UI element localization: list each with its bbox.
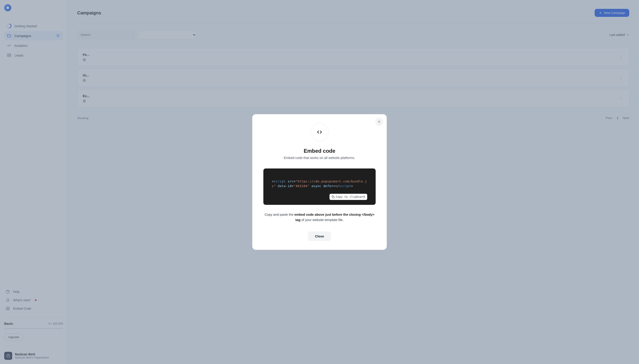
modal-close-button[interactable] (375, 118, 383, 126)
modal-subtitle: Embed code that works on all website pla… (263, 156, 376, 160)
modal-title: Embed code (263, 148, 376, 154)
embed-code-text: <script src="https://cdn.popupsmart.com/… (272, 179, 367, 188)
copy-label: Copy to clipboard (336, 195, 365, 199)
code-icon (310, 123, 329, 141)
modal-overlay[interactable]: Embed code Embed code that works on all … (0, 0, 639, 364)
code-block: <script src="https://cdn.popupsmart.com/… (263, 168, 376, 205)
copy-to-clipboard-button[interactable]: Copy to clipboard (330, 194, 367, 200)
close-button[interactable]: Close (308, 232, 331, 241)
copy-icon (332, 196, 335, 198)
close-icon (377, 120, 381, 124)
embed-code-modal: Embed code Embed code that works on all … (252, 114, 387, 250)
svg-rect-18 (333, 196, 334, 198)
modal-instruction: Copy and paste the embed code above just… (263, 212, 376, 222)
